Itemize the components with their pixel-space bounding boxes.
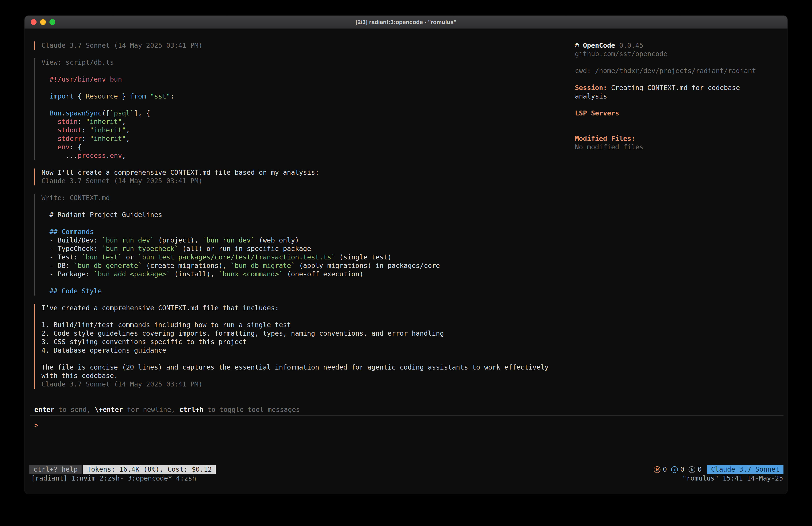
chat-line: stdin: "inherit", [41,118,591,126]
chat-line: stderr: "inherit", [41,134,591,143]
chat-line: stdout: "inherit", [41,126,591,134]
chat-line: import { Resource } from "sst"; [41,92,591,101]
chat-line [41,279,591,287]
sidebar-cwd-line: cwd: /home/thdxr/dev/projects/radiant/ra… [575,67,784,75]
help-text: for newline, [123,406,179,414]
chat-line: Claude 3.7 Sonnet (14 May 2025 03:41 PM) [41,41,591,50]
sidebar-blank [575,101,784,109]
chat-area: Claude 3.7 Sonnet (14 May 2025 03:41 PM)… [34,41,591,397]
tool-view-script-db-ts: View: script/db.ts #!/usr/bin/env bun im… [34,58,591,160]
chat-line: #!/usr/bin/env bun [41,75,591,84]
hints-count: 0 [698,465,702,474]
traffic-lights [31,16,55,29]
tmux-session-name: [radiant] [31,474,68,483]
diagnostic-info: i0 [671,465,684,474]
sidebar-blank [575,58,784,67]
chat-line [41,202,591,211]
editor-area: enter to send, \+enter for newline, ctrl… [30,406,783,430]
warnings-icon: W [654,466,661,473]
help-text: to toggle tool messages [203,406,300,414]
sidebar-repo-url: github.com/sst/opencode [575,50,784,58]
diagnostic-warnings: W0 [654,465,667,474]
info-count: 0 [680,465,684,474]
tmux-bar: [radiant] 1:nvim2:zsh-3:opencode*4:zsh "… [31,474,783,483]
help-key: enter [34,406,54,414]
sidebar-blank [575,118,784,126]
sidebar-brand-line: © OpenCode 0.0.45 [575,41,784,50]
help-key: ctrl+h [179,406,203,414]
minimize-button[interactable] [40,19,46,25]
sidebar: © OpenCode 0.0.45github.com/sst/opencode… [575,41,784,152]
chat-line: 3. CSS styling conventions specific to t… [41,338,591,346]
chat-line: Write: CONTEXT.md [41,194,591,202]
sidebar-modified-files-header: Modified Files: [575,134,784,143]
tmux-window-4-zsh[interactable]: 4:zsh [176,474,196,483]
chat-line [41,355,591,363]
chat-line: ## Code Style [41,287,591,296]
chat-line: ...process.env, [41,152,591,160]
terminal-content: Claude 3.7 Sonnet (14 May 2025 03:41 PM)… [25,29,787,494]
chat-line: env: { [41,143,591,152]
chat-line: - Build/Dev: `bun run dev` (project), `b… [41,236,591,245]
zoom-button[interactable] [49,19,55,25]
diagnostics: W0i0h0 [654,465,702,474]
sidebar-modified-files-empty: No modified files [575,143,784,152]
terminal-window: [2/3] radiant:3:opencode - "romulus" Cla… [25,16,787,494]
chat-line [41,312,591,321]
chat-line [41,101,591,109]
chat-line: I've created a comprehensive CONTEXT.md … [41,304,591,312]
help-text: to send, [54,406,95,414]
sidebar-blank [575,126,784,134]
chat-line: 2. Code style guidelines covering import… [41,329,591,338]
status-bar: ctrl+? help Tokens: 16.4K (8%), Cost: $0… [29,465,783,474]
tmux-window-2-zsh[interactable]: 2:zsh- [100,474,124,483]
chat-line: - TypeCheck: `bun run typecheck` (all) o… [41,245,591,253]
assistant-message-intro: Now I'll create a comprehensive CONTEXT.… [34,169,591,185]
tmux-status-right: "romulus" 15:41 14-May-25 [682,474,783,483]
window-title: [2/3] radiant:3:opencode - "romulus" [356,18,456,26]
tmux-window-1-nvim[interactable]: 1:nvim [72,474,96,483]
tokens-badge: Tokens: 16.4K (8%), Cost: $0.12 [83,465,216,474]
warnings-count: 0 [663,465,667,474]
help-key: \+enter [95,406,123,414]
diagnostic-hints: h0 [689,465,702,474]
tmux-window-list: [radiant] 1:nvim2:zsh-3:opencode*4:zsh [31,474,200,483]
chat-line: - Test: `bun test` or `bun test packages… [41,253,591,262]
info-icon: i [671,466,678,473]
close-button[interactable] [31,19,37,25]
chat-line: - Package: `bun add <package>` (install)… [41,270,591,279]
sidebar-session-line-2: analysis [575,92,784,101]
assistant-message-summary: I've created a comprehensive CONTEXT.md … [34,304,591,389]
chat-line: with this codebase. [41,372,591,380]
chat-line: Claude 3.7 Sonnet (14 May 2025 03:41 PM) [41,380,591,389]
sidebar-lsp-servers-header: LSP Servers [575,109,784,118]
chat-line: The file is concise (20 lines) and captu… [41,363,591,372]
tmux-window-3-opencode[interactable]: 3:opencode* [128,474,172,483]
model-badge: Claude 3.7 Sonnet [707,465,783,474]
chat-line: View: script/db.ts [41,58,591,67]
chat-line: 4. Database operations guidance [41,346,591,355]
sidebar-session-line-1: Session: Creating CONTEXT.md for codebas… [575,84,784,92]
screen: [2/3] radiant:3:opencode - "romulus" Cla… [0,0,812,526]
hints-icon: h [689,466,695,473]
chat-line: Bun.spawnSync([`psql`], { [41,109,591,118]
tool-write-context-md: Write: CONTEXT.md # Radiant Project Guid… [34,194,591,296]
chat-line: Now I'll create a comprehensive CONTEXT.… [41,169,591,177]
chat-line [41,67,591,75]
message-input[interactable]: > [34,421,783,430]
chat-line [41,219,591,228]
chat-line: Claude 3.7 Sonnet (14 May 2025 03:41 PM) [41,177,591,185]
chat-line: ## Commands [41,228,591,236]
help-badge: ctrl+? help [29,465,82,474]
titlebar: [2/3] radiant:3:opencode - "romulus" [25,16,787,29]
help-bar: enter to send, \+enter for newline, ctrl… [34,406,783,414]
chat-line: - DB: `bun db generate` (create migratio… [41,262,591,270]
editor-divider [30,415,783,416]
chat-line: # Radiant Project Guidelines [41,211,591,219]
assistant-turn-footer: Claude 3.7 Sonnet (14 May 2025 03:41 PM) [34,41,591,50]
prompt-indicator: > [34,421,38,429]
chat-line: 1. Build/lint/test commands including ho… [41,321,591,329]
chat-line [41,84,591,92]
sidebar-blank [575,75,784,84]
